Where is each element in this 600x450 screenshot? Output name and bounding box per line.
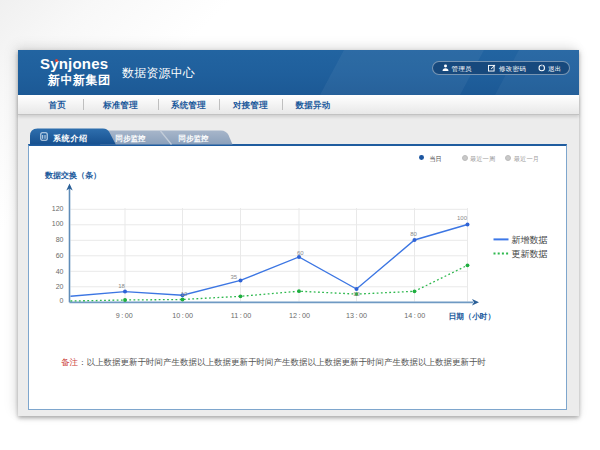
svg-text:18: 18 <box>118 283 125 289</box>
svg-text:120: 120 <box>52 205 64 212</box>
svg-text:10: 10 <box>353 291 360 297</box>
svg-text:60: 60 <box>297 250 304 256</box>
svg-text:40: 40 <box>56 268 64 275</box>
svg-text:60: 60 <box>56 252 64 259</box>
svg-text:10 : 00: 10 : 00 <box>172 311 193 320</box>
svg-text:20: 20 <box>56 283 64 290</box>
svg-text:12 : 00: 12 : 00 <box>289 311 310 320</box>
svg-text:13 : 00: 13 : 00 <box>346 311 367 320</box>
svg-text:100: 100 <box>457 215 468 221</box>
svg-text:80: 80 <box>56 236 64 243</box>
svg-text:80: 80 <box>410 231 417 237</box>
svg-text:10: 10 <box>181 291 188 297</box>
svg-text:9 : 00: 9 : 00 <box>116 311 133 320</box>
svg-text:100: 100 <box>52 220 64 227</box>
svg-text:0: 0 <box>60 297 64 304</box>
svg-text:14 : 00: 14 : 00 <box>404 311 425 320</box>
svg-text:11 : 00: 11 : 00 <box>231 311 251 320</box>
svg-text:35: 35 <box>230 274 237 280</box>
